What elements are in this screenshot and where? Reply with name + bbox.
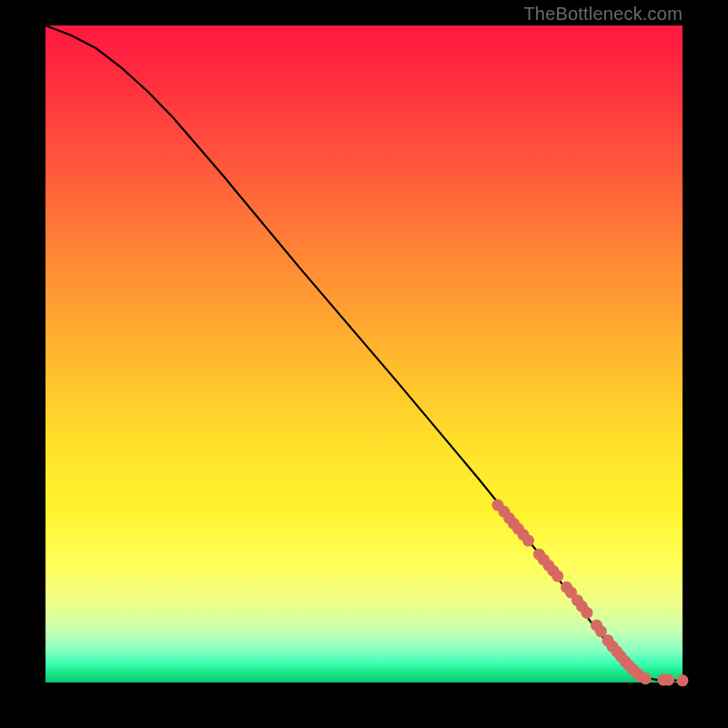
data-marker bbox=[662, 674, 674, 686]
attribution-label: TheBottleneck.com bbox=[523, 4, 682, 25]
plot-area bbox=[46, 25, 682, 682]
data-marker bbox=[677, 674, 689, 686]
data-marker bbox=[640, 672, 652, 684]
data-marker bbox=[551, 571, 563, 582]
data-markers bbox=[492, 500, 689, 687]
curve-svg bbox=[46, 25, 682, 682]
data-marker bbox=[581, 607, 593, 619]
bottleneck-curve bbox=[46, 25, 682, 681]
chart-frame: TheBottleneck.com bbox=[0, 0, 728, 728]
data-marker bbox=[522, 535, 534, 547]
